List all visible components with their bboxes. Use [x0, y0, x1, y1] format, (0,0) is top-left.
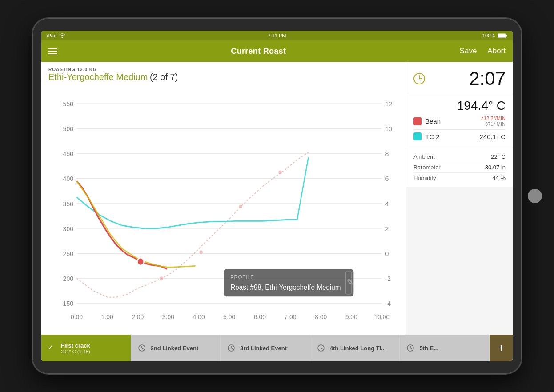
home-button[interactable] — [528, 189, 542, 203]
save-button[interactable]: Save — [460, 47, 477, 56]
event-2nd-linked[interactable]: 2nd Linked Event — [131, 335, 221, 361]
svg-text:8:00: 8:00 — [315, 313, 327, 320]
svg-text:400: 400 — [63, 175, 73, 183]
sensor-section: 194.4° C Bean ↗12.2°/MIN 371° MIN — [406, 94, 513, 148]
svg-point-46 — [278, 170, 282, 174]
bean-label: Bean — [425, 117, 441, 125]
battery-icon — [498, 33, 507, 38]
timer-icon-5 — [406, 343, 416, 353]
battery-level: 100% — [482, 33, 495, 38]
svg-text:0:00: 0:00 — [71, 313, 83, 320]
svg-text:500: 500 — [63, 125, 73, 132]
svg-text:4: 4 — [385, 200, 389, 208]
timer-icon-3 — [227, 343, 237, 353]
add-event-button[interactable]: + — [490, 335, 513, 361]
environment-section: Ambient 22° C Barometer 30.07 in Humidit… — [406, 148, 513, 187]
roast-progress: (2 of 7) — [150, 72, 178, 82]
right-panel: 2:07 194.4° C Bean ↗12.2°/MIN 371° MIN — [406, 62, 513, 335]
roast-label: ROASTING 12.0 KG — [48, 67, 399, 72]
svg-text:12: 12 — [385, 100, 392, 108]
barometer-row: Barometer 30.07 in — [413, 162, 506, 173]
svg-text:1:00: 1:00 — [101, 313, 113, 320]
svg-text:2: 2 — [385, 225, 389, 232]
timer-icon-4 — [317, 343, 326, 353]
svg-text:6:00: 6:00 — [254, 313, 266, 320]
svg-text:PROFILE: PROFILE — [230, 274, 254, 280]
humidity-row: Humidity 44 % — [413, 173, 506, 183]
checkmark-icon: ✓ — [48, 343, 57, 353]
event-first-crack-title: First crack — [61, 342, 90, 349]
device-model: iPad — [47, 33, 56, 38]
clock-icon — [413, 73, 425, 84]
tc2-color-indicator — [413, 132, 422, 140]
chart-panel: ROASTING 12.0 KG Ethi-Yergocheffe Medium… — [41, 62, 406, 335]
bean-color-indicator — [413, 117, 422, 125]
svg-point-45 — [239, 205, 242, 208]
svg-text:450: 450 — [63, 150, 73, 158]
event-3rd-linked[interactable]: 3rd Linked Event — [221, 335, 310, 361]
svg-rect-3 — [48, 85, 399, 335]
svg-text:-4: -4 — [385, 300, 390, 308]
svg-text:2:00: 2:00 — [132, 313, 144, 320]
ambient-row: Ambient 22° C — [413, 152, 506, 162]
svg-text:6: 6 — [385, 175, 389, 183]
humidity-label: Humidity — [413, 175, 436, 181]
svg-text:5:00: 5:00 — [223, 313, 235, 320]
svg-point-42 — [137, 258, 144, 265]
timer-section: 2:07 — [406, 62, 513, 94]
ipad-screen: iPad 7:11 PM 100% — [41, 31, 513, 361]
nav-bar: Current Roast Save Abort — [41, 40, 513, 62]
svg-text:250: 250 — [63, 250, 73, 257]
main-temp: 194.4° C — [413, 99, 506, 113]
bean-ror: 371° MIN — [480, 121, 506, 127]
barometer-value: 30.07 in — [485, 164, 506, 171]
menu-button[interactable] — [48, 48, 57, 54]
timer-icon-2 — [137, 343, 147, 353]
timer-value: 2:07 — [469, 68, 506, 89]
svg-text:10: 10 — [385, 125, 392, 132]
abort-button[interactable]: Abort — [487, 47, 506, 56]
sensor-divider — [413, 129, 506, 130]
ipad-frame: iPad 7:11 PM 100% — [32, 18, 522, 374]
chart-svg: 550 500 450 400 350 300 250 200 150 12 1… — [48, 85, 399, 335]
svg-text:0: 0 — [385, 250, 389, 257]
chart-container: 550 500 450 400 350 300 250 200 150 12 1… — [48, 85, 399, 335]
svg-text:Roast #98, Ethi-Yergocheffe Me: Roast #98, Ethi-Yergocheffe Medium — [230, 283, 341, 291]
svg-text:200: 200 — [63, 275, 73, 283]
svg-text:✎: ✎ — [347, 277, 353, 287]
wifi-icon — [59, 33, 65, 38]
svg-text:8: 8 — [385, 150, 389, 158]
tc2-value: 240.1° C — [479, 133, 506, 140]
bean-sensor-row: Bean ↗12.2°/MIN 371° MIN — [413, 116, 506, 127]
barometer-label: Barometer — [413, 164, 441, 171]
svg-text:3:00: 3:00 — [162, 313, 174, 320]
humidity-value: 44 % — [492, 175, 506, 181]
event-3rd-title: 3rd Linked Event — [240, 345, 287, 352]
ambient-label: Ambient — [413, 153, 435, 160]
svg-text:-2: -2 — [385, 275, 390, 283]
roast-name-line: Ethi-Yergocheffe Medium (2 of 7) — [48, 72, 399, 82]
event-5th-title: 5th E... — [419, 345, 438, 352]
event-4th-title: 4th Linked Long Ti... — [330, 345, 386, 352]
svg-rect-1 — [498, 34, 506, 37]
tc2-sensor-row: TC 2 240.1° C — [413, 132, 506, 140]
nav-title: Current Roast — [231, 47, 286, 56]
tc2-label: TC 2 — [425, 133, 440, 140]
event-4th-linked[interactable]: 4th Linked Long Ti... — [310, 335, 400, 361]
event-first-crack[interactable]: ✓ First crack 201° C (1:48) — [41, 335, 131, 361]
svg-text:550: 550 — [63, 100, 73, 108]
ambient-value: 22° C — [491, 153, 506, 160]
svg-text:150: 150 — [63, 300, 73, 308]
add-icon: + — [498, 341, 505, 355]
events-bar: ✓ First crack 201° C (1:48) 2nd Linked E… — [41, 335, 513, 361]
svg-text:4:00: 4:00 — [193, 313, 205, 320]
event-5th[interactable]: 5th E... — [400, 335, 490, 361]
svg-text:7:00: 7:00 — [284, 313, 296, 320]
svg-rect-2 — [506, 35, 507, 36]
status-time: 7:11 PM — [268, 33, 286, 38]
svg-text:10:00: 10:00 — [374, 313, 389, 320]
bean-rate: ↗12.2°/MIN — [480, 116, 506, 121]
svg-text:350: 350 — [63, 200, 73, 208]
event-first-crack-subtitle: 201° C (1:48) — [61, 349, 90, 354]
event-2nd-title: 2nd Linked Event — [151, 345, 199, 352]
